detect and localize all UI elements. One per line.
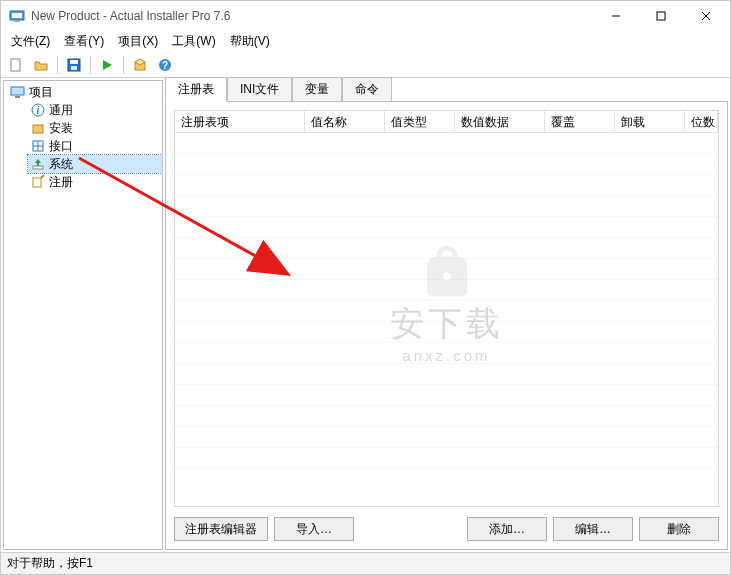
sidebar-tree[interactable]: 项目 i 通用 安装 接口 系统 xyxy=(3,80,163,550)
table-body[interactable]: 安下载 anxz.com xyxy=(175,133,718,489)
tree-root-label: 项目 xyxy=(29,84,53,101)
title-bar: New Product - Actual Installer Pro 7.6 xyxy=(1,1,730,31)
tab-registry[interactable]: 注册表 xyxy=(165,77,227,102)
edit-button[interactable]: 编辑… xyxy=(553,517,633,541)
registry-editor-button[interactable]: 注册表编辑器 xyxy=(174,517,268,541)
content-panel: 注册表 INI文件 变量 命令 注册表项 值名称 值类型 数值数据 覆盖 卸载 … xyxy=(165,80,728,550)
toolbar-separator xyxy=(90,56,91,74)
svg-rect-24 xyxy=(33,166,43,169)
svg-rect-2 xyxy=(14,20,20,22)
toolbar-separator xyxy=(57,56,58,74)
close-button[interactable] xyxy=(683,2,728,30)
maximize-button[interactable] xyxy=(638,2,683,30)
new-file-icon[interactable] xyxy=(5,54,27,76)
menu-help[interactable]: 帮助(V) xyxy=(224,32,276,51)
open-folder-icon[interactable] xyxy=(30,54,52,76)
toolbar: ? xyxy=(1,52,730,78)
toolbar-separator xyxy=(123,56,124,74)
horizontal-scrollbar[interactable] xyxy=(175,489,718,506)
watermark-line2: anxz.com xyxy=(390,346,504,363)
menu-tools[interactable]: 工具(W) xyxy=(166,32,221,51)
col-key[interactable]: 注册表项 xyxy=(175,111,305,132)
svg-rect-1 xyxy=(12,13,22,18)
col-data[interactable]: 数值数据 xyxy=(455,111,545,132)
svg-rect-28 xyxy=(439,248,455,262)
package-icon[interactable] xyxy=(129,54,151,76)
sidebar-item-general[interactable]: i 通用 xyxy=(28,101,162,119)
tab-ini[interactable]: INI文件 xyxy=(227,77,292,102)
svg-rect-20 xyxy=(33,125,43,133)
delete-button[interactable]: 删除 xyxy=(639,517,719,541)
svg-marker-12 xyxy=(103,60,112,70)
box-icon xyxy=(30,120,46,136)
sidebar-item-label: 系统 xyxy=(49,156,73,173)
app-icon xyxy=(9,8,25,24)
status-bar: 对于帮助，按F1 xyxy=(1,552,730,574)
col-unin[interactable]: 卸载 xyxy=(615,111,685,132)
registry-table[interactable]: 注册表项 值名称 值类型 数值数据 覆盖 卸载 位数 安下载 anxz.com xyxy=(174,110,719,507)
download-icon xyxy=(30,156,46,172)
col-type[interactable]: 值类型 xyxy=(385,111,455,132)
sidebar-item-label: 通用 xyxy=(49,102,73,119)
svg-line-27 xyxy=(41,175,44,178)
svg-text:i: i xyxy=(37,105,40,116)
sidebar-item-system[interactable]: 系统 xyxy=(28,155,162,173)
svg-marker-25 xyxy=(35,159,41,166)
svg-rect-11 xyxy=(71,66,77,70)
add-button[interactable]: 添加… xyxy=(467,517,547,541)
run-icon[interactable] xyxy=(96,54,118,76)
menu-bar: 文件(Z) 查看(Y) 项目(X) 工具(W) 帮助(V) xyxy=(1,31,730,52)
sidebar-item-label: 接口 xyxy=(49,138,73,155)
import-button[interactable]: 导入… xyxy=(274,517,354,541)
sidebar-item-install[interactable]: 安装 xyxy=(28,119,162,137)
status-text: 对于帮助，按F1 xyxy=(7,555,93,572)
svg-rect-16 xyxy=(11,87,24,95)
button-row: 注册表编辑器 导入… 添加… 编辑… 删除 xyxy=(166,511,727,549)
minimize-button[interactable] xyxy=(593,2,638,30)
table-header: 注册表项 值名称 值类型 数值数据 覆盖 卸载 位数 xyxy=(175,111,718,133)
tree-root-project[interactable]: 项目 xyxy=(8,83,162,101)
sidebar-item-label: 安装 xyxy=(49,120,73,137)
save-icon[interactable] xyxy=(63,54,85,76)
tab-strip: 注册表 INI文件 变量 命令 xyxy=(165,80,728,102)
svg-point-29 xyxy=(443,272,451,280)
svg-rect-17 xyxy=(15,96,20,98)
svg-rect-26 xyxy=(33,178,41,187)
svg-text:?: ? xyxy=(162,60,168,71)
main-area: 项目 i 通用 安装 接口 系统 xyxy=(1,78,730,552)
window-title: New Product - Actual Installer Pro 7.6 xyxy=(31,9,593,23)
registry-panel: 注册表项 值名称 值类型 数值数据 覆盖 卸载 位数 安下载 anxz.com xyxy=(165,102,728,550)
col-name[interactable]: 值名称 xyxy=(305,111,385,132)
menu-project[interactable]: 项目(X) xyxy=(112,32,164,51)
tab-vars[interactable]: 变量 xyxy=(292,77,342,102)
edit-icon xyxy=(30,174,46,190)
tab-cmd[interactable]: 命令 xyxy=(342,77,392,102)
monitor-icon xyxy=(10,84,26,100)
svg-rect-4 xyxy=(657,12,665,20)
info-icon: i xyxy=(30,102,46,118)
menu-view[interactable]: 查看(Y) xyxy=(58,32,110,51)
menu-file[interactable]: 文件(Z) xyxy=(5,32,56,51)
sidebar-item-register[interactable]: 注册 xyxy=(28,173,162,191)
grid-icon xyxy=(30,138,46,154)
svg-rect-10 xyxy=(70,60,78,64)
col-bits[interactable]: 位数 xyxy=(685,111,718,132)
help-icon[interactable]: ? xyxy=(154,54,176,76)
watermark: 安下载 anxz.com xyxy=(390,244,504,363)
col-over[interactable]: 覆盖 xyxy=(545,111,615,132)
sidebar-item-interface[interactable]: 接口 xyxy=(28,137,162,155)
watermark-line1: 安下载 xyxy=(390,300,504,346)
sidebar-item-label: 注册 xyxy=(49,174,73,191)
